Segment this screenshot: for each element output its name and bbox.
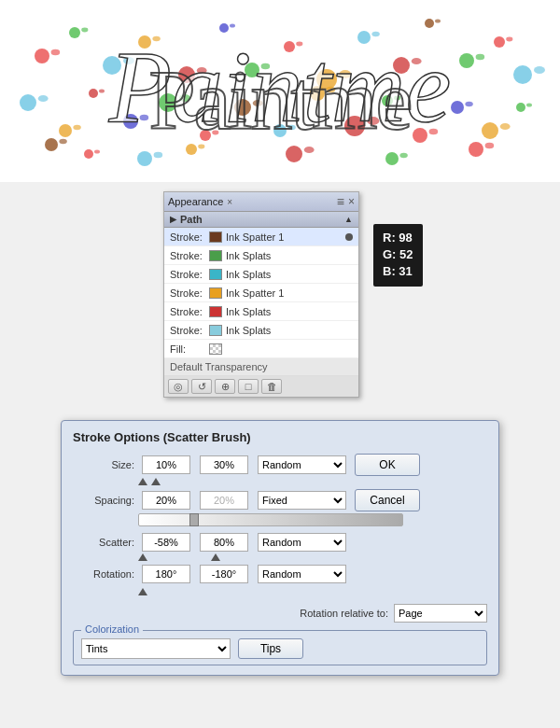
- scatter-dropdown[interactable]: RandomFixedPressure: [258, 533, 346, 552]
- banner-area: 思缘设计论坛 www.MISSVUAN.com Paintme Paintme: [0, 0, 560, 182]
- scatter-label: Scatter:: [73, 537, 138, 548]
- color-r: R: 98: [383, 230, 413, 246]
- spacing-field-2[interactable]: [200, 491, 248, 510]
- fill-label: Fill:: [170, 343, 209, 355]
- svg-point-23: [425, 19, 434, 28]
- colorization-inner: TintsNoneTints and ShadesHue Shift Tips: [81, 638, 479, 659]
- size-dropdown[interactable]: RandomFixedPressure: [258, 455, 346, 474]
- toolbar-btn-2[interactable]: ↺: [191, 379, 212, 394]
- size-up-1[interactable]: [138, 478, 147, 485]
- rotation-relative-row: Rotation relative to: PagePath: [73, 604, 487, 623]
- transparency-row: Default Transparency: [164, 358, 358, 376]
- colorization-dropdown[interactable]: TintsNoneTints and ShadesHue Shift: [81, 638, 231, 659]
- appearance-panel: Appearance × ≡ × ▶ Path ▲ Stroke: Ink Sp…: [163, 191, 359, 398]
- svg-point-12: [230, 24, 235, 28]
- stroke-text-2: Ink Splats: [226, 250, 353, 261]
- size-label: Size:: [73, 459, 138, 470]
- spacing-dropdown[interactable]: FixedRandomPressure: [258, 491, 346, 510]
- stroke-label-6: Stroke:: [170, 325, 209, 336]
- spacing-field-1[interactable]: [142, 491, 190, 510]
- rotation-field-1[interactable]: [142, 565, 190, 583]
- stroke-row-5: Stroke: Ink Splats: [164, 302, 358, 321]
- toolbar-btn-1[interactable]: ◎: [168, 379, 189, 394]
- color-b: B: 31: [383, 263, 413, 280]
- stroke-row-1: Stroke: Ink Spatter 1: [164, 228, 358, 246]
- tips-button[interactable]: Tips: [238, 638, 303, 659]
- panel-subtitle: ▶ Path ▲: [164, 212, 358, 228]
- color-tooltip: R: 98 G: 52 B: 31: [373, 224, 423, 287]
- stroke-row-4: Stroke: Ink Spatter 1: [164, 284, 358, 302]
- colorization-title: Colorization: [81, 623, 143, 635]
- svg-point-30: [534, 66, 545, 74]
- panel-toolbar: ◎ ↺ ⊕ □ 🗑: [164, 376, 358, 397]
- panel-title: Appearance: [168, 196, 223, 207]
- toolbar-btn-3[interactable]: ⊕: [215, 379, 235, 394]
- svg-point-24: [435, 20, 441, 23]
- scatter-field-1[interactable]: [142, 533, 190, 552]
- scatter-up-1[interactable]: [138, 553, 147, 561]
- panel-subtitle-text: Path: [180, 214, 203, 225]
- toolbar-btn-4[interactable]: □: [238, 379, 259, 394]
- panel-tab-indicator: ×: [227, 197, 232, 207]
- color-swatch-6[interactable]: [209, 325, 222, 336]
- ok-button[interactable]: OK: [355, 454, 420, 476]
- panel-close-btn[interactable]: ×: [348, 195, 355, 208]
- stroke-row-2: Stroke: Ink Splats: [164, 246, 358, 265]
- banner-text: Paintme: [149, 52, 412, 148]
- panel-subtitle-icon: ▶: [170, 215, 176, 224]
- stroke-row-3: Stroke: Ink Splats: [164, 265, 358, 284]
- stroke-row-6: Stroke: Ink Splats: [164, 321, 358, 340]
- color-g: G: 52: [383, 246, 413, 263]
- rotation-dropdown[interactable]: RandomFixedPressure: [258, 565, 346, 583]
- stroke-label-4: Stroke:: [170, 287, 209, 299]
- colorization-box: Colorization TintsNoneTints and ShadesHu…: [73, 630, 487, 665]
- stroke-text-6: Ink Splats: [226, 325, 353, 336]
- color-swatch-2[interactable]: [209, 250, 222, 261]
- panel-titlebar: Appearance × ≡ ×: [164, 192, 358, 212]
- spacing-slider[interactable]: [138, 513, 403, 526]
- banner-text-area: Paintme: [28, 28, 532, 173]
- panel-menu-icon[interactable]: ≡: [337, 194, 344, 209]
- toolbar-btn-5[interactable]: 🗑: [261, 379, 282, 394]
- color-swatch-5[interactable]: [209, 306, 222, 317]
- stroke-options-title: Stroke Options (Scatter Brush): [73, 430, 487, 444]
- scatter-up-2[interactable]: [211, 553, 220, 561]
- stroke-text-3: Ink Splats: [226, 269, 353, 280]
- size-up-2[interactable]: [151, 478, 161, 485]
- stroke-text-5: Ink Splats: [226, 306, 353, 317]
- fill-row: Fill:: [164, 340, 358, 358]
- cancel-button[interactable]: Cancel: [355, 489, 420, 511]
- rotation-field-2[interactable]: [200, 565, 248, 583]
- stroke-text-4: Ink Spatter 1: [226, 287, 353, 299]
- color-swatch-1[interactable]: [209, 231, 222, 243]
- spacing-label: Spacing:: [73, 495, 138, 506]
- color-swatch-3[interactable]: [209, 269, 222, 280]
- color-swatch-4[interactable]: [209, 287, 222, 299]
- stroke-label-2: Stroke:: [170, 250, 209, 261]
- fill-swatch[interactable]: [209, 343, 222, 355]
- stroke-label-3: Stroke:: [170, 269, 209, 280]
- scroll-up-icon[interactable]: ▲: [344, 215, 353, 224]
- selected-indicator: [345, 233, 353, 241]
- stroke-text-1: Ink Spatter 1: [226, 231, 343, 243]
- rotation-relative-label: Rotation relative to:: [300, 608, 388, 619]
- scatter-field-2[interactable]: [200, 533, 248, 552]
- stroke-label-1: Stroke:: [170, 231, 209, 243]
- stroke-options-panel: Stroke Options (Scatter Brush) Size: Ran…: [61, 420, 499, 676]
- rotation-label: Rotation:: [73, 568, 138, 580]
- rotation-up[interactable]: [138, 588, 147, 595]
- size-field-2[interactable]: [200, 455, 248, 474]
- size-field-1[interactable]: [142, 455, 190, 474]
- stroke-label-5: Stroke:: [170, 306, 209, 317]
- rotation-relative-dropdown[interactable]: PagePath: [394, 604, 487, 623]
- panel-rows: Stroke: Ink Spatter 1 Stroke: Ink Splats…: [164, 228, 358, 358]
